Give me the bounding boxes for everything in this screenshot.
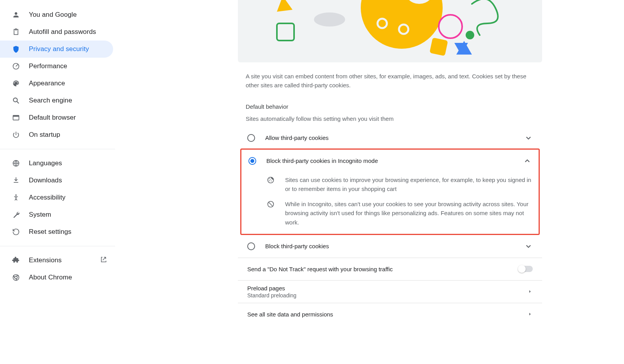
setting-preload-pages[interactable]: Preload pages Standard preloading (238, 280, 542, 303)
detail-text: While in Incognito, sites can't use your… (285, 200, 532, 227)
sidebar-item-you-and-google[interactable]: You and Google (0, 6, 113, 23)
chevron-right-icon (527, 311, 533, 317)
svg-point-6 (15, 194, 16, 196)
sidebar-item-appearance[interactable]: Appearance (0, 75, 113, 92)
svg-point-18 (269, 178, 270, 179)
sidebar-item-label: You and Google (29, 11, 77, 19)
chrome-icon (12, 273, 20, 282)
option-label: Block third-party cookies in Incognito m… (266, 157, 513, 164)
sidebar-divider (0, 149, 115, 149)
power-icon (12, 131, 20, 139)
block-icon (266, 200, 275, 208)
sidebar-item-label: Default browser (29, 114, 76, 122)
option-label: Allow third-party cookies (265, 134, 514, 141)
open-in-new-icon (100, 256, 107, 265)
default-behavior-subtitle: Sites automatically follow this setting … (246, 115, 534, 122)
sidebar-item-on-startup[interactable]: On startup (0, 126, 113, 143)
browser-icon (12, 113, 20, 122)
option-block-third-party-cookies[interactable]: Block third-party cookies (240, 235, 540, 258)
intro-description: A site you visit can embed content from … (246, 72, 534, 90)
highlighted-selected-option: Block third-party cookies in Incognito m… (240, 148, 540, 235)
sidebar-item-label: On startup (29, 131, 60, 139)
sidebar-item-label: System (29, 211, 51, 219)
sidebar-item-performance[interactable]: Performance (0, 58, 113, 75)
sidebar-item-label: Accessibility (29, 194, 66, 201)
radio-unchecked-icon[interactable] (247, 242, 255, 250)
option-allow-third-party-cookies[interactable]: Allow third-party cookies (240, 127, 540, 149)
svg-rect-5 (14, 182, 18, 183)
accessibility-icon (12, 193, 20, 202)
chevron-down-icon[interactable] (524, 242, 533, 251)
setting-title: Send a "Do Not Track" request with your … (247, 266, 512, 272)
svg-point-20 (271, 180, 272, 181)
sidebar-item-label: Search engine (29, 97, 72, 104)
sidebar-item-label: Appearance (29, 80, 65, 87)
settings-sidebar: You and Google Autofill and passwords Pr… (0, 0, 117, 364)
svg-rect-17 (429, 37, 448, 56)
setting-do-not-track[interactable]: Send a "Do Not Track" request with your … (238, 258, 542, 280)
extension-icon (12, 256, 20, 265)
radio-checked-icon[interactable] (248, 157, 256, 165)
toggle-off[interactable] (519, 266, 533, 272)
sidebar-item-label: Autofill and passwords (29, 28, 96, 36)
wrench-icon (12, 210, 20, 219)
sidebar-item-label: Performance (29, 62, 67, 70)
setting-subtitle: Standard preloading (247, 292, 521, 299)
settings-content: A site you visit can embed content from … (117, 0, 624, 364)
default-behavior-title: Default behavior (246, 103, 534, 110)
sidebar-item-privacy-and-security[interactable]: Privacy and security (0, 41, 113, 58)
sidebar-item-label: Privacy and security (29, 45, 89, 53)
sidebar-divider (0, 246, 115, 246)
sidebar-item-accessibility[interactable]: Accessibility (0, 189, 113, 206)
detail-incognito-block: While in Incognito, sites can't use your… (241, 196, 539, 230)
sidebar-item-label: Languages (29, 159, 62, 167)
cookies-hero-illustration (238, 0, 542, 62)
svg-point-19 (269, 180, 270, 181)
palette-icon (12, 79, 20, 88)
download-icon (12, 176, 20, 185)
sidebar-item-reset-settings[interactable]: Reset settings (0, 223, 113, 240)
option-label: Block third-party cookies (265, 243, 514, 249)
chevron-down-icon[interactable] (524, 134, 533, 142)
option-block-cookies-incognito[interactable]: Block third-party cookies in Incognito m… (241, 150, 539, 172)
svg-point-15 (439, 15, 462, 38)
sidebar-item-default-browser[interactable]: Default browser (0, 109, 113, 126)
sidebar-item-system[interactable]: System (0, 206, 113, 223)
sidebar-item-label: Downloads (29, 177, 62, 184)
svg-point-16 (466, 31, 474, 39)
clipboard-icon (12, 28, 20, 36)
speedometer-icon (12, 62, 20, 71)
shield-icon (12, 45, 20, 53)
restore-icon (12, 228, 20, 236)
sidebar-item-languages[interactable]: Languages (0, 155, 113, 172)
sidebar-item-search-engine[interactable]: Search engine (0, 92, 113, 109)
sidebar-item-label: Extensions (29, 256, 62, 264)
globe-icon (12, 159, 20, 168)
detail-text: Sites can use cookies to improve your br… (285, 175, 532, 194)
sidebar-item-downloads[interactable]: Downloads (0, 172, 113, 189)
sidebar-item-label: Reset settings (29, 228, 71, 236)
cookie-icon (266, 176, 275, 184)
svg-rect-3 (13, 115, 19, 117)
svg-rect-14 (277, 23, 294, 41)
svg-point-21 (270, 179, 271, 180)
chevron-right-icon (527, 289, 533, 294)
sidebar-item-label: About Chrome (29, 274, 72, 281)
sidebar-item-autofill[interactable]: Autofill and passwords (0, 23, 113, 41)
svg-point-13 (314, 12, 345, 27)
sidebar-item-extensions[interactable]: Extensions (0, 252, 113, 269)
sidebar-item-about-chrome[interactable]: About Chrome (0, 269, 113, 286)
setting-title: Preload pages (247, 285, 521, 292)
setting-title: See all site data and permissions (247, 311, 521, 318)
radio-unchecked-icon[interactable] (247, 134, 255, 142)
chevron-up-icon[interactable] (523, 157, 532, 165)
search-icon (12, 96, 20, 105)
setting-see-all-site-data[interactable]: See all site data and permissions (238, 303, 542, 325)
person-icon (12, 11, 20, 19)
detail-cookie-use: Sites can use cookies to improve your br… (241, 172, 539, 197)
